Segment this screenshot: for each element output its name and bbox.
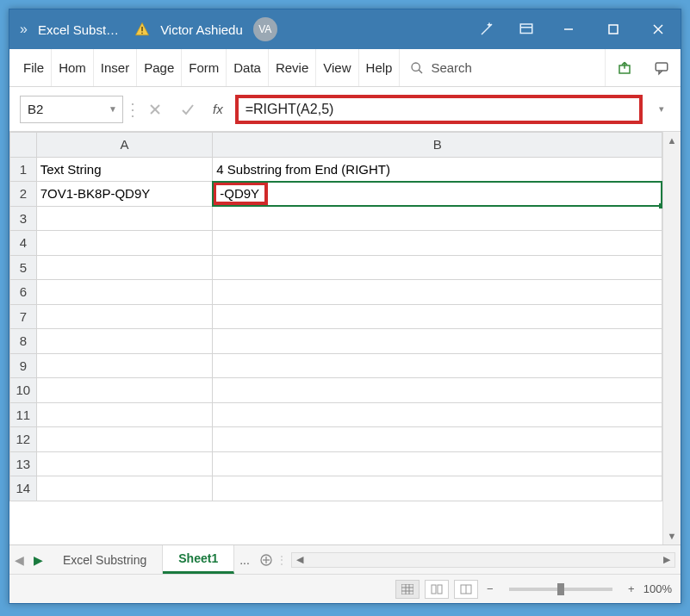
name-box[interactable]: B2 ▼ bbox=[20, 96, 123, 123]
cell-a6[interactable] bbox=[36, 280, 213, 305]
row-header-6[interactable]: 6 bbox=[10, 280, 37, 305]
cell-a7[interactable] bbox=[36, 304, 213, 329]
cell-b7[interactable] bbox=[213, 304, 662, 329]
worksheet[interactable]: A B 1 Text String 4 Substring from End (… bbox=[9, 132, 662, 544]
row-header-8[interactable]: 8 bbox=[10, 329, 37, 354]
row-header-9[interactable]: 9 bbox=[10, 353, 37, 378]
menu-insert[interactable]: Inser bbox=[94, 49, 137, 86]
menu-page-layout[interactable]: Page bbox=[137, 49, 182, 86]
cell-a5[interactable] bbox=[36, 255, 213, 280]
scroll-left-icon[interactable]: ◀ bbox=[292, 554, 308, 565]
sheet-tab-excel-substring[interactable]: Excel Substring bbox=[47, 545, 163, 574]
zoom-out-button[interactable]: − bbox=[483, 582, 497, 595]
row-header-1[interactable]: 1 bbox=[10, 157, 37, 182]
magic-icon[interactable] bbox=[467, 9, 507, 49]
close-button[interactable] bbox=[636, 9, 681, 49]
cell-a10[interactable] bbox=[36, 378, 213, 403]
zoom-slider[interactable] bbox=[509, 588, 612, 591]
cell-b11[interactable] bbox=[213, 402, 662, 427]
cell-b10[interactable] bbox=[213, 378, 662, 403]
cell-a8[interactable] bbox=[36, 329, 213, 354]
fx-label[interactable]: fx bbox=[208, 102, 228, 116]
menu-formulas[interactable]: Form bbox=[182, 49, 227, 86]
cell-a9[interactable] bbox=[36, 353, 213, 378]
fill-handle[interactable] bbox=[659, 203, 662, 208]
scroll-track[interactable] bbox=[663, 149, 681, 527]
cell-b4[interactable] bbox=[213, 231, 662, 256]
menu-home[interactable]: Hom bbox=[52, 49, 94, 86]
user-name[interactable]: Victor Ashiedu bbox=[155, 22, 248, 37]
search-label: Search bbox=[431, 60, 472, 75]
row-header-12[interactable]: 12 bbox=[10, 427, 37, 452]
page-layout-view-button[interactable] bbox=[425, 580, 449, 599]
cell-a3[interactable] bbox=[36, 206, 213, 231]
share-button[interactable] bbox=[605, 49, 643, 86]
comments-button[interactable] bbox=[643, 49, 681, 86]
cell-b2[interactable]: -QD9Y bbox=[213, 182, 662, 207]
scroll-right-icon[interactable]: ▶ bbox=[659, 554, 674, 565]
scroll-down-icon[interactable]: ▼ bbox=[663, 527, 681, 544]
row-header-2[interactable]: 2 bbox=[10, 182, 37, 207]
page-break-view-button[interactable] bbox=[454, 580, 478, 599]
cell-a2[interactable]: 7OV1-BK8P-QD9Y bbox=[36, 182, 213, 207]
row-header-11[interactable]: 11 bbox=[10, 402, 37, 427]
column-header-b[interactable]: B bbox=[213, 133, 662, 158]
titlebar-more-icon[interactable]: » bbox=[9, 22, 38, 37]
cell-a13[interactable] bbox=[36, 451, 213, 476]
tab-nav-prev[interactable]: ◀ bbox=[9, 553, 28, 567]
chevron-down-icon[interactable]: ▼ bbox=[109, 104, 117, 114]
row-header-5[interactable]: 5 bbox=[10, 255, 37, 280]
sheet-tab-sheet1[interactable]: Sheet1 bbox=[163, 545, 234, 574]
cell-b6[interactable] bbox=[213, 280, 662, 305]
excel-window: » Excel Subst… Victor Ashiedu VA File Ho… bbox=[9, 9, 681, 604]
maximize-button[interactable] bbox=[591, 9, 636, 49]
add-sheet-button[interactable] bbox=[255, 554, 277, 566]
row-header-14[interactable]: 14 bbox=[10, 476, 37, 501]
cell-b14[interactable] bbox=[213, 476, 662, 501]
tab-nav-next[interactable]: ▶ bbox=[28, 553, 47, 567]
grid-area: A B 1 Text String 4 Substring from End (… bbox=[9, 132, 681, 544]
formula-input[interactable]: =RIGHT(A2,5) bbox=[235, 95, 643, 124]
cell-a4[interactable] bbox=[36, 231, 213, 256]
scroll-up-icon[interactable]: ▲ bbox=[663, 132, 681, 149]
row-header-3[interactable]: 3 bbox=[10, 206, 37, 231]
user-avatar[interactable]: VA bbox=[253, 17, 277, 41]
cell-b5[interactable] bbox=[213, 255, 662, 280]
cancel-formula-button[interactable] bbox=[142, 96, 168, 123]
row-header-10[interactable]: 10 bbox=[10, 378, 37, 403]
separator: ⋮ bbox=[277, 553, 286, 567]
cell-b12[interactable] bbox=[213, 427, 662, 452]
minimize-button[interactable] bbox=[546, 9, 591, 49]
sheet-tab-overflow[interactable]: ... bbox=[234, 553, 255, 567]
menu-view[interactable]: View bbox=[316, 49, 358, 86]
row-header-4[interactable]: 4 bbox=[10, 231, 37, 256]
normal-view-button[interactable] bbox=[395, 580, 420, 599]
zoom-level[interactable]: 100% bbox=[643, 582, 672, 595]
menu-file[interactable]: File bbox=[9, 49, 52, 86]
cell-b9[interactable] bbox=[213, 353, 662, 378]
menu-help[interactable]: Help bbox=[359, 49, 401, 86]
enter-formula-button[interactable] bbox=[175, 96, 201, 123]
zoom-in-button[interactable]: + bbox=[625, 582, 638, 595]
cell-b3[interactable] bbox=[213, 206, 662, 231]
horizontal-scrollbar[interactable]: ◀ ▶ bbox=[291, 552, 675, 568]
menu-review[interactable]: Revie bbox=[269, 49, 316, 86]
search-box[interactable]: Search bbox=[400, 49, 482, 86]
select-all-corner[interactable] bbox=[10, 133, 37, 158]
menu-data[interactable]: Data bbox=[227, 49, 269, 86]
cell-a12[interactable] bbox=[36, 427, 213, 452]
expand-formula-bar-icon[interactable]: ▾ bbox=[653, 103, 670, 115]
cell-b8[interactable] bbox=[213, 329, 662, 354]
cell-a1[interactable]: Text String bbox=[36, 157, 213, 182]
cell-b1[interactable]: 4 Substring from End (RIGHT) bbox=[213, 157, 662, 182]
column-header-a[interactable]: A bbox=[36, 133, 213, 158]
svg-rect-27 bbox=[438, 585, 442, 594]
row-header-7[interactable]: 7 bbox=[10, 304, 37, 329]
cell-b13[interactable] bbox=[213, 451, 662, 476]
zoom-slider-thumb[interactable] bbox=[557, 583, 564, 595]
row-header-13[interactable]: 13 bbox=[10, 451, 37, 476]
ribbon-options-icon[interactable] bbox=[507, 9, 546, 49]
vertical-scrollbar[interactable]: ▲ ▼ bbox=[662, 132, 681, 544]
cell-a11[interactable] bbox=[36, 402, 213, 427]
cell-a14[interactable] bbox=[36, 476, 213, 501]
